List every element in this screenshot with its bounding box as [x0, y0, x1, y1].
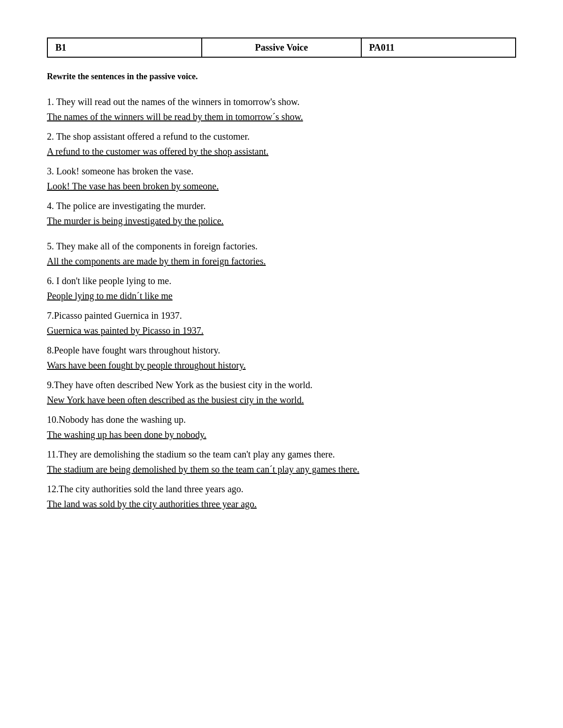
original-sentence-8: 8.People have fought wars throughout his… — [47, 343, 516, 357]
exercise-item-7: 7.Picasso painted Guernica in 1937.Guern… — [47, 308, 516, 338]
original-sentence-9: 9.They have often described New York as … — [47, 378, 516, 392]
exercise-item-12: 12.The city authorities sold the land th… — [47, 482, 516, 511]
exercise-item-1: 1. They will read out the names of the w… — [47, 95, 516, 124]
instruction-text: Rewrite the sentences in the passive voi… — [47, 72, 516, 82]
original-sentence-10: 10.Nobody has done the washing up. — [47, 413, 516, 427]
answer-sentence-9: New York have been often described as th… — [47, 393, 516, 407]
answer-sentence-10: The washing up has been done by nobody. — [47, 428, 516, 442]
answer-sentence-7: Guernica was painted by Picasso in 1937. — [47, 323, 516, 338]
original-sentence-11: 11.They are demolishing the stadium so t… — [47, 447, 516, 461]
original-sentence-1: 1. They will read out the names of the w… — [47, 95, 516, 109]
code-cell: PA011 — [361, 38, 516, 57]
answer-sentence-4: The murder is being investigated by the … — [47, 214, 516, 228]
answer-sentence-12: The land was sold by the city authoritie… — [47, 497, 516, 511]
answer-sentence-2: A refund to the customer was offered by … — [47, 144, 516, 158]
answer-sentence-1: The names of the winners will be read by… — [47, 110, 516, 124]
header-table: B1 Passive Voice PA011 — [47, 38, 516, 58]
exercise-item-4: 4. The police are investigating the murd… — [47, 199, 516, 228]
exercise-item-3: 3. Look! someone has broken the vase.Loo… — [47, 164, 516, 193]
exercise-item-10: 10.Nobody has done the washing up.The wa… — [47, 413, 516, 442]
original-sentence-2: 2. The shop assistant offered a refund t… — [47, 129, 516, 143]
answer-sentence-11: The stadium are being demolished by them… — [47, 462, 516, 476]
original-sentence-4: 4. The police are investigating the murd… — [47, 199, 516, 213]
level-cell: B1 — [47, 38, 202, 57]
original-sentence-5: 5. They make all of the components in fo… — [47, 239, 516, 253]
topic-cell: Passive Voice — [202, 38, 361, 57]
answer-sentence-5: All the components are made by them in f… — [47, 254, 516, 268]
original-sentence-3: 3. Look! someone has broken the vase. — [47, 164, 516, 178]
exercise-item-5: 5. They make all of the components in fo… — [47, 239, 516, 268]
answer-sentence-6: People lying to me didn´t like me — [47, 289, 516, 303]
original-sentence-12: 12.The city authorities sold the land th… — [47, 482, 516, 496]
exercises-container: 1. They will read out the names of the w… — [47, 95, 516, 511]
original-sentence-6: 6. I don't like people lying to me. — [47, 274, 516, 288]
exercise-item-11: 11.They are demolishing the stadium so t… — [47, 447, 516, 476]
exercise-item-8: 8.People have fought wars throughout his… — [47, 343, 516, 372]
answer-sentence-8: Wars have been fought by people througho… — [47, 358, 516, 372]
exercise-item-9: 9.They have often described New York as … — [47, 378, 516, 407]
exercise-item-2: 2. The shop assistant offered a refund t… — [47, 129, 516, 158]
exercise-item-6: 6. I don't like people lying to me.Peopl… — [47, 274, 516, 303]
answer-sentence-3: Look! The vase has been broken by someon… — [47, 179, 516, 193]
original-sentence-7: 7.Picasso painted Guernica in 1937. — [47, 308, 516, 323]
